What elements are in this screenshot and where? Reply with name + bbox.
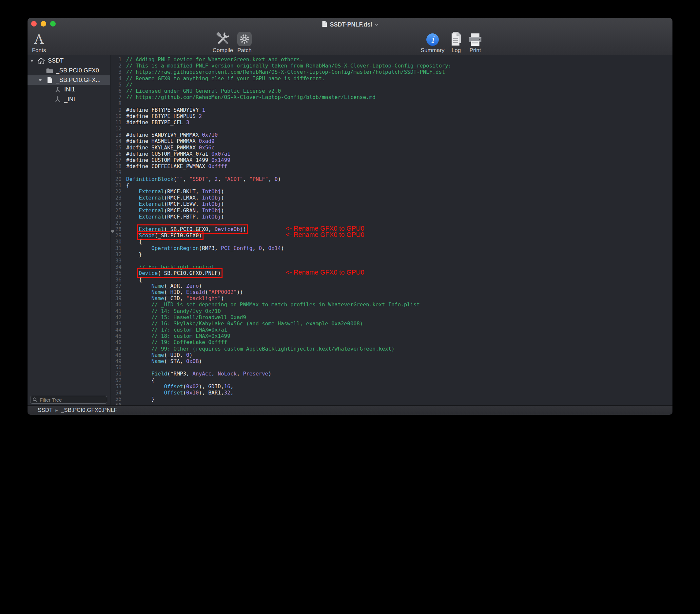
line-number: 10 [110, 113, 122, 119]
code-line[interactable]: 54 Offset(0x10), BAR1,32, [110, 390, 673, 396]
filter-tree-field[interactable] [30, 396, 107, 404]
code-line[interactable]: 2// This is a modified PNLF version orig… [110, 63, 673, 69]
summary-info-icon: i [426, 31, 439, 47]
code-line[interactable]: 7// https://github.com/RehabMan/OS-X-Clo… [110, 94, 673, 100]
minimize-button[interactable] [41, 21, 46, 26]
code-line[interactable]: 9#define FBTYPE_SANDYIVY 1 [110, 107, 673, 113]
code-line[interactable]: 18#define COFFEELAKE_PWMMAX 0xffff [110, 163, 673, 170]
sidebar-item-sb-pci0-gfx0-pnlf[interactable]: _SB.PCI0.GFX... [27, 75, 110, 85]
toolbar-print-button[interactable]: Print [464, 30, 487, 53]
zoom-button[interactable] [50, 21, 56, 26]
code-line[interactable]: 4// Rename GFX0 to anything else if your… [110, 75, 673, 82]
code-line[interactable]: 43 // 16: Skylake/KabyLake 0x56c (and so… [110, 321, 673, 327]
code-line[interactable]: 23 External(RMCF.LMAX, IntObj) [110, 195, 673, 201]
code-text: { [126, 239, 142, 245]
code-line[interactable]: 42 // 15: Haswell/Broadwell 0xad9 [110, 314, 673, 321]
code-line[interactable]: 14#define HASWELL_PWMMAX 0xad9 [110, 138, 673, 144]
code-line[interactable]: 30 { [110, 239, 673, 245]
breadcrumb-root[interactable]: SSDT [38, 407, 52, 413]
sidebar-item-ini[interactable]: _INI [27, 95, 110, 104]
code-line[interactable]: 52 { [110, 377, 673, 383]
code-line[interactable]: 53 Offset(0x02), GDID,16, [110, 383, 673, 390]
code-line[interactable]: 45 // 18: custom LMAX=0x1499 [110, 333, 673, 339]
code-line[interactable]: 3// https://raw.githubusercontent.com/Re… [110, 69, 673, 75]
code-line[interactable]: 47 // 99: Other (requires custom AppleBa… [110, 346, 673, 352]
code-line[interactable]: 12 [110, 125, 673, 132]
code-line[interactable]: 28 External(_SB.PCI0.GFX0, DeviceObj)<- … [110, 226, 673, 232]
code-text: #define COFFEELAKE_PWMMAX 0xffff [126, 163, 227, 170]
code-line[interactable]: 6// Licensed under GNU General Public Li… [110, 88, 673, 94]
disclosure-triangle[interactable] [29, 59, 37, 62]
code-line[interactable]: 49 Name(_STA, 0x0B) [110, 358, 673, 364]
line-number: 35 [110, 270, 122, 276]
titlebar[interactable]: SSDT-PNLF.dsl A Fonts [27, 18, 673, 55]
code-line[interactable]: 10#define FBTYPE_HSWPLUS 2 [110, 113, 673, 119]
code-line[interactable]: 37 Name(_ADR, Zero) [110, 283, 673, 289]
line-number: 16 [110, 151, 122, 157]
code-line[interactable]: 17#define CUSTOM_PWMMAX_1499 0x1499 [110, 157, 673, 163]
code-line[interactable]: 1// Adding PNLF device for WhateverGreen… [110, 57, 673, 63]
breadcrumb-leaf[interactable]: _SB.PCI0.GFX0.PNLF [61, 407, 117, 413]
code-line[interactable]: 16#define CUSTOM_PWMMAX_07a1 0x07a1 [110, 151, 673, 157]
code-line[interactable]: 25 External(RMCF.GRAN, IntObj) [110, 208, 673, 214]
sidebar-item-ssdt[interactable]: SSDT [27, 56, 110, 65]
code-line[interactable]: 15#define SKYLAKE_PWMMAX 0x56c [110, 145, 673, 151]
code-line[interactable]: 5// [110, 82, 673, 88]
code-line[interactable]: 50 [110, 364, 673, 371]
code-line[interactable]: 55 } [110, 396, 673, 402]
code-text: // 17: custom LMAX=0x7a1 [126, 327, 227, 333]
code-line[interactable]: 24 External(RMCF.LEVW, IntObj) [110, 201, 673, 207]
code-line[interactable]: 38 Name(_HID, EisaId("APP0002")) [110, 289, 673, 295]
code-line[interactable]: 26 External(RMCF.FBTP, IntObj) [110, 214, 673, 220]
line-number: 52 [110, 377, 122, 383]
code-line[interactable]: 22 External(RMCF.BKLT, IntObj) [110, 188, 673, 195]
code-line[interactable]: 21{ [110, 182, 673, 188]
toolbar-compile-button[interactable]: Compile [211, 30, 234, 53]
toolbar-fonts-button[interactable]: A Fonts [27, 30, 50, 53]
line-number: 45 [110, 333, 122, 339]
toolbar-summary-button[interactable]: i Summary [420, 30, 446, 53]
code-line[interactable]: 36 { [110, 277, 673, 283]
code-text: Offset(0x02), GDID,16, [126, 383, 234, 390]
code-line[interactable]: 39 Name(_CID, "backlight") [110, 295, 673, 301]
code-text: External(RMCF.FBTP, IntObj) [126, 214, 224, 220]
code-text: // https://raw.githubusercontent.com/Reh… [126, 69, 445, 75]
tree-label: _INI [64, 96, 75, 103]
line-number: 21 [110, 182, 122, 188]
disclosure-triangle[interactable] [38, 79, 45, 82]
code-line[interactable]: 8 [110, 100, 673, 106]
rename-annotation: <- Rename GFX0 to GPU0 [286, 231, 364, 238]
window-title-group[interactable]: SSDT-PNLF.dsl [322, 20, 378, 29]
code-line[interactable]: 46 // 19: CoffeeLake 0xffff [110, 339, 673, 345]
code-line[interactable]: 34 // For backlight control [110, 264, 673, 270]
filter-tree-input[interactable] [30, 396, 107, 404]
code-line[interactable]: 20DefinitionBlock("", "SSDT", 2, "ACDT",… [110, 176, 673, 182]
code-line[interactable]: 29 Scope(_SB.PCI0.GFX0)<- Rename GFX0 to… [110, 232, 673, 239]
code-line[interactable]: 44 // 17: custom LMAX=0x7a1 [110, 327, 673, 333]
line-number: 13 [110, 132, 122, 138]
code-line[interactable]: 35 Device(_SB.PCI0.GFX0.PNLF)<- Rename G… [110, 270, 673, 276]
code-line[interactable]: 27 [110, 220, 673, 226]
sidebar-item-sb-pci0-gfx0[interactable]: _SB.PCI0.GFX0 [27, 65, 110, 75]
code-text: // [126, 82, 133, 88]
code-line[interactable]: 32 } [110, 251, 673, 258]
close-button[interactable] [31, 21, 37, 26]
home-icon [37, 57, 46, 64]
code-line[interactable]: 33 [110, 258, 673, 264]
code-line[interactable]: 41 // 14: Sandy/Ivy 0x710 [110, 308, 673, 314]
log-document-icon [450, 31, 463, 47]
code-line[interactable]: 31 OperationRegion(RMP3, PCI_Config, 0, … [110, 245, 673, 251]
code-editor[interactable]: 1// Adding PNLF device for WhateverGreen… [110, 55, 673, 405]
code-text: #define CUSTOM_PWMMAX_07a1 0x07a1 [126, 151, 230, 157]
toolbar-summary-label: Summary [421, 48, 445, 53]
code-line[interactable]: 51 Field(^RMP3, AnyAcc, NoLock, Preserve… [110, 371, 673, 377]
code-line[interactable]: 40 // _UID is set depending on PWMMax to… [110, 301, 673, 308]
code-line[interactable]: 48 Name(_UID, 0) [110, 352, 673, 358]
line-number: 36 [110, 277, 122, 283]
code-line[interactable]: 11#define FBTYPE_CFL 3 [110, 119, 673, 125]
code-line[interactable]: 19 [110, 170, 673, 176]
sidebar-item-ini1[interactable]: INI1 [27, 85, 110, 95]
code-line[interactable]: 13#define SANDYIVY_PWMMAX 0x710 [110, 132, 673, 138]
rename-highlight-box: Scope(_SB.PCI0.GFX0) [139, 232, 202, 239]
toolbar-patch-button[interactable]: Patch [233, 30, 256, 53]
